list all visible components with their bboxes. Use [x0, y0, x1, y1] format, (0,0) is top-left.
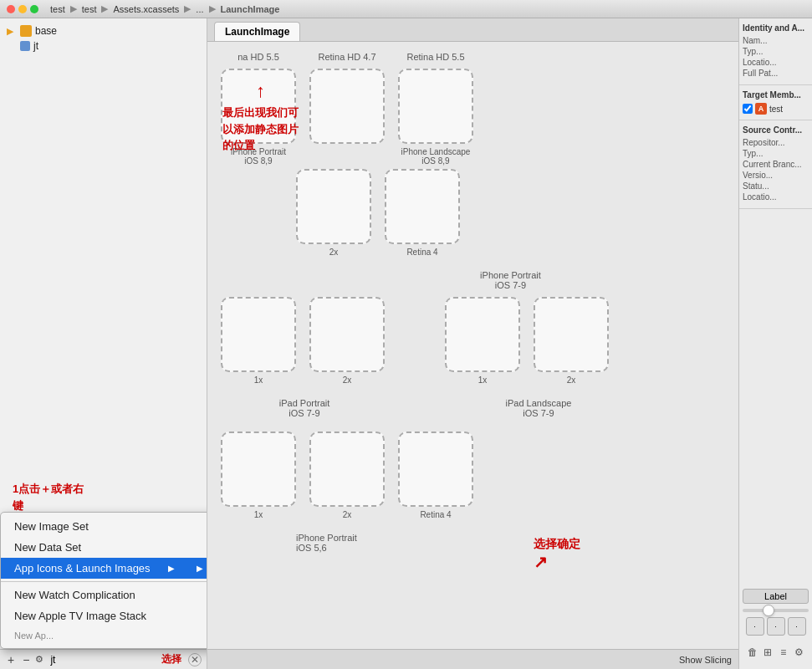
identity-name-row: Nam...: [743, 36, 809, 45]
source-branch-row: Current Branc...: [743, 160, 809, 169]
menu-new-apple-tv[interactable]: New Apple TV Image Stack: [1, 605, 207, 626]
source-type-label: Typ...: [743, 149, 763, 158]
image-slot-ipad-p-2x[interactable]: [309, 297, 385, 372]
right-panel-icons: 🗑 ⊞ ≡ ⚙: [743, 641, 809, 664]
remove-button[interactable]: −: [20, 653, 32, 666]
menu-new-data-set[interactable]: New Data Set: [1, 537, 207, 558]
center-panel: LaunchImage na HD 5.5 iPhone PortraitiOS…: [207, 18, 738, 669]
slider-thumb[interactable]: [763, 605, 774, 616]
slot-col-b-retina4: Retina 4: [398, 432, 473, 519]
sidebar-item-label: base: [35, 25, 57, 37]
source-version-row: Versio...: [743, 171, 809, 180]
menu-new-watch[interactable]: New Watch Complication: [1, 585, 207, 605]
label-badge: Label: [743, 589, 809, 604]
slot-col-ipad-l-2x: 2x: [534, 297, 609, 385]
slot-sub-2x: 2x: [329, 248, 339, 257]
image-slot-ipad-l-2x[interactable]: [534, 297, 609, 372]
show-slicing-button[interactable]: Show Slicing: [679, 655, 732, 665]
label-retina-hd-55b: Retina HD 5.5: [406, 52, 464, 62]
menu-app-icons-launch[interactable]: App Icons & Launch Images ▶ New iOS App …: [1, 558, 207, 579]
image-slot-retina-hd55b[interactable]: [398, 69, 473, 144]
folder-color-icon: [20, 25, 32, 37]
dot-btn-1[interactable]: ·: [746, 617, 764, 636]
top-bar: test ▶ test ▶ Assets.xcassets ▶ ... ▶ La…: [0, 0, 812, 18]
source-branch-label: Current Branc...: [743, 160, 802, 169]
source-version-label: Versio...: [743, 171, 773, 180]
menu-more[interactable]: New Ap...: [1, 626, 207, 645]
filter-icon-button[interactable]: ⚙: [793, 644, 806, 661]
source-type-row: Typ...: [743, 149, 809, 158]
dots-row: · · ·: [743, 617, 809, 636]
row-ipad-labels: iPad PortraitiOS 7-9 iPad LandscapeiOS 7…: [221, 398, 725, 418]
center-bottom-bar: Show Slicing: [207, 649, 738, 669]
image-slot-b-2x[interactable]: [309, 432, 385, 507]
sidebar-bottom-bar: + − ⚙ jt 选择 ✕: [0, 649, 207, 669]
submenu-arrow-icon: ▶: [168, 564, 175, 573]
slot-sub-b-1x: 1x: [254, 510, 263, 519]
window-controls: [7, 5, 38, 13]
select-label: 选择: [161, 652, 181, 666]
label-retina-hd-55: na HD 5.5: [237, 52, 279, 62]
identity-type-label: Typ...: [743, 47, 763, 56]
folder-icon: ▶: [7, 26, 13, 37]
slot-col-b-1x: 1x: [221, 432, 296, 519]
slot-col-retina-hd55b: Retina HD 5.5 iPhone LandscapeiOS 8,9: [398, 52, 473, 166]
target-title: Target Memb...: [743, 90, 809, 100]
right-panel: Identity and A... Nam... Typ... Locatio.…: [738, 18, 812, 669]
slot-sub-b-2x: 2x: [343, 510, 352, 519]
sidebar-item-jt[interactable]: jt: [0, 38, 207, 54]
breadcrumb-2: test: [82, 4, 97, 14]
image-slot-b-retina4[interactable]: [398, 432, 473, 507]
dot-btn-2[interactable]: ·: [767, 617, 785, 636]
label-ipad-portrait: iPad PortraitiOS 7-9: [221, 398, 388, 418]
grid-icon-button[interactable]: ⊞: [762, 644, 775, 661]
breadcrumb-3: Assets.xcassets: [113, 4, 179, 14]
slot-sub-retina4: Retina 4: [406, 248, 437, 257]
label-retina-hd-47: Retina HD 4.7: [318, 52, 375, 62]
sidebar-item-base[interactable]: ▶ base: [0, 23, 207, 38]
trash-icon-button[interactable]: 🗑: [746, 644, 759, 661]
dot-btn-3[interactable]: ·: [788, 617, 806, 636]
annotation-step3: ↑ 最后出现我们可 以添加静态图片 的位置: [222, 77, 299, 154]
annotation-step4: 选择确定 ↗: [534, 537, 580, 572]
source-title: Source Contr...: [743, 125, 809, 135]
identity-location-label: Locatio...: [743, 58, 777, 67]
row-2x-retina4: 2x Retina 4: [296, 169, 725, 257]
label-portrait-79: iPhone PortraitiOS 7-9: [296, 270, 725, 290]
slot-col-ipad-p-1x: 1x: [221, 297, 296, 385]
source-status-row: Statu...: [743, 181, 809, 191]
slot-col-retina-hd47: Retina HD 4.7: [309, 52, 385, 144]
source-section: Source Contr... Repositor... Typ... Curr…: [739, 120, 812, 209]
identity-name-label: Nam...: [743, 36, 767, 45]
image-slot-ipad-p-1x[interactable]: [221, 297, 296, 372]
image-slot-ipad-l-1x[interactable]: [445, 297, 520, 372]
menu-new-image-set[interactable]: New Image Set: [1, 516, 207, 537]
filter-label-jt: jt: [47, 654, 158, 666]
add-button[interactable]: +: [5, 653, 17, 666]
clear-filter-button[interactable]: ✕: [188, 653, 202, 666]
sidebar-item-label-jt: jt: [33, 40, 38, 52]
slot-sub-ipad-l-2x: 2x: [567, 375, 576, 385]
tab-launchimage[interactable]: LaunchImage: [214, 22, 300, 41]
target-section: Target Memb... A test: [739, 85, 812, 120]
slot-col-2x: 2x: [296, 169, 371, 257]
tab-bar: LaunchImage: [207, 18, 738, 42]
list-icon-button[interactable]: ≡: [777, 644, 790, 661]
right-panel-bottom: Label · · · 🗑 ⊞ ≡ ⚙: [739, 209, 812, 669]
sidebar: ▶ base jt + − ⚙ jt 选择 ✕: [0, 18, 207, 669]
image-slot-retina-hd47[interactable]: [309, 69, 385, 144]
identity-location-row: Locatio...: [743, 58, 809, 67]
image-slot-retina4[interactable]: [385, 169, 460, 244]
slot-sub-ipad-p-2x: 2x: [343, 375, 352, 385]
row-ipad-79: 1x 2x 1x 2x: [221, 297, 725, 385]
file-icon: [20, 41, 30, 51]
slot-sub-ipad-l-1x: 1x: [478, 375, 488, 385]
target-checkbox[interactable]: [743, 104, 753, 114]
slot-col-b-2x: 2x: [309, 432, 385, 519]
image-slot-2x[interactable]: [296, 169, 371, 244]
slot-col-ipad-l-1x: 1x: [445, 297, 520, 385]
row-bottom-slots: 1x 2x Retina 4: [221, 432, 725, 519]
context-menu-wrapper: + − ⚙ jt 选择 ✕ New Image Set New Data Set…: [0, 649, 207, 669]
label-portrait-56: iPhone PortraitiOS 5,6: [296, 533, 725, 553]
image-slot-b-1x[interactable]: [221, 432, 296, 507]
